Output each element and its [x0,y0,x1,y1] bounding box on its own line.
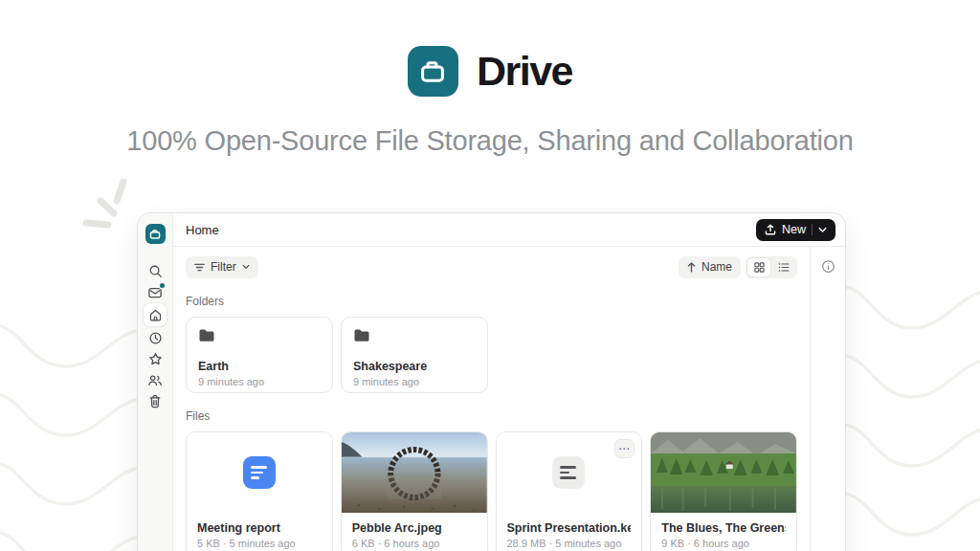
filter-label: Filter [211,260,236,274]
arrow-up-icon [687,262,696,273]
file-card-meeting-report[interactable]: Meeting report 5 KB · 5 minutes ago [186,431,333,551]
file-label-area: Pebble Arc.jpeg 6 KB · 6 hours ago [342,513,487,549]
sparkle-decoration [81,174,139,233]
sidebar [138,213,173,551]
new-button[interactable]: New [756,219,835,241]
sidebar-item-shared[interactable] [144,369,167,390]
page-title: Home [186,223,219,237]
info-button[interactable] [821,259,835,274]
file-label-area: Sprint Presentation.key 28.9 MB · 5 minu… [497,513,642,549]
chevron-down-icon [818,227,827,233]
sidebar-item-favorites[interactable] [144,348,167,369]
file-thumbnail [187,432,332,513]
files-row: Meeting report 5 KB · 5 minutes ago [186,431,797,551]
sidebar-item-recent[interactable] [144,327,167,348]
background-waves-left [0,320,145,551]
new-button-label: New [782,223,806,236]
folders-section-label: Folders [186,295,797,308]
trash-icon [148,394,162,408]
info-icon [821,259,835,274]
upload-icon [765,224,776,235]
folder-card-earth[interactable]: Earth 9 minutes ago [186,317,333,393]
app-window: Home New [137,212,846,551]
more-options-button[interactable]: … [614,439,635,458]
search-icon [148,264,163,278]
list-view-button[interactable] [772,258,795,276]
inbox-notification-dot [160,283,165,288]
file-meta: 28.9 MB · 5 minutes ago [507,538,632,549]
file-card-blues-greens[interactable]: The Blues, The Greens.jpeg 9 KB · 6 hour… [650,431,797,551]
home-icon [148,308,163,322]
file-name: Pebble Arc.jpeg [352,521,477,535]
lake-forest-photo [651,432,796,513]
brand-lockup: Drive [0,46,980,97]
star-icon [148,352,163,366]
chevron-down-icon [242,264,250,270]
folder-icon [198,328,215,342]
folder-logo-glyph [417,56,448,87]
page: Drive 100% Open-Source File Storage, Sha… [0,0,980,551]
details-rail [810,247,845,551]
list-view-icon [778,262,790,273]
file-meta: 9 KB · 6 hours ago [661,538,786,549]
folder-logo-icon [148,228,162,241]
file-card-sprint-presentation[interactable]: … Sprint Presentation.key 28.9 MB · 5 mi… [496,431,643,551]
file-meta: 6 KB · 6 hours ago [352,538,477,549]
sidebar-item-inbox[interactable] [144,281,167,302]
main-area: Home New [173,213,845,551]
pebble-arc-photo [342,432,487,513]
toolbar-right: Name [679,256,797,278]
sidebar-item-search[interactable] [144,260,167,281]
folder-name: Shakespeare [353,360,476,373]
folder-icon [353,328,370,342]
folder-meta: 9 minutes ago [198,376,321,387]
sidebar-item-trash[interactable] [144,390,167,411]
sidebar-item-home[interactable] [144,303,167,326]
file-meta: 5 KB · 5 minutes ago [197,538,322,549]
file-label-area: Meeting report 5 KB · 5 minutes ago [187,513,332,549]
presentation-icon [552,456,585,489]
folders-row: Earth 9 minutes ago Shakespeare 9 minute… [186,317,797,393]
file-name: Sprint Presentation.key [507,521,632,535]
drive-logo-icon [408,46,458,97]
filter-button[interactable]: Filter [186,256,258,278]
file-thumbnail-photo [651,432,796,513]
grid-view-button[interactable] [747,258,770,276]
content-area: Filter Name [173,247,810,551]
files-section-label: Files [186,409,797,423]
users-icon [147,373,163,387]
document-icon [243,456,276,489]
sort-button[interactable]: Name [679,256,741,278]
new-button-divider [812,224,813,235]
toolbar: Filter Name [186,255,797,278]
filter-icon [194,263,205,272]
hero-tagline: 100% Open-Source File Storage, Sharing a… [0,125,980,157]
file-thumbnail-photo [342,432,487,513]
folder-card-shakespeare[interactable]: Shakespeare 9 minutes ago [341,317,488,393]
folder-name: Earth [198,360,321,373]
file-name: Meeting report [197,521,322,535]
folder-meta: 9 minutes ago [353,376,476,387]
grid-view-icon [754,262,765,273]
file-card-pebble-arc[interactable]: Pebble Arc.jpeg 6 KB · 6 hours ago [341,431,488,551]
sort-label: Name [702,260,732,274]
clock-icon [148,331,163,345]
hero-section: Drive 100% Open-Source File Storage, Sha… [0,0,980,157]
file-name: The Blues, The Greens.jpeg [661,521,786,535]
background-waves-right [840,281,980,551]
sidebar-app-logo[interactable] [145,224,166,244]
window-header: Home New [173,213,845,247]
file-label-area: The Blues, The Greens.jpeg 9 KB · 6 hour… [651,513,796,549]
brand-name: Drive [477,48,572,95]
file-thumbnail: … [497,432,642,513]
window-body: Filter Name [173,247,845,551]
view-toggle [746,256,797,278]
